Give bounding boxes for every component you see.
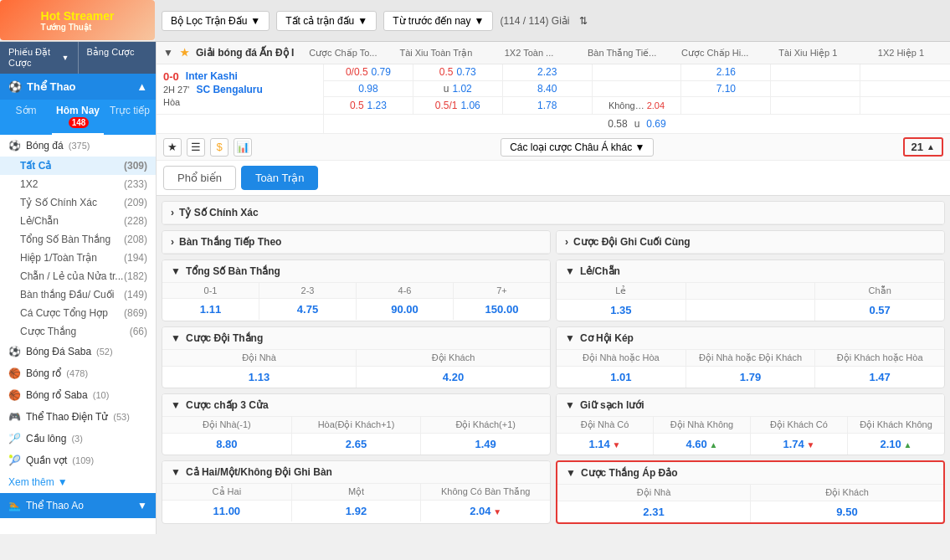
le-chan-vals: 1.35 0.57	[557, 299, 944, 321]
chevron-down-icon: ▼	[635, 141, 645, 153]
odds-cell[interactable]	[860, 97, 950, 114]
cuoc-chap-vals: 8.80 2.65 1.49	[162, 433, 550, 455]
odds-grid: 0/0.5 0.79 0.5 0.73 2.23 2.16	[324, 64, 950, 114]
odds-cell[interactable]: 0/0.5 0.79	[324, 64, 413, 81]
list-action-icon[interactable]: ☰	[187, 138, 205, 157]
giu-sach-header[interactable]: ▼ Giữ sạch lưới	[557, 394, 944, 417]
sidebar-esports[interactable]: 🎮 Thể Thao Điện Tử (53)	[0, 406, 156, 428]
subcat-le-chan[interactable]: Lẻ/Chẵn (228)	[0, 212, 156, 230]
see-more-btn[interactable]: Xem thêm ▼	[0, 471, 156, 493]
cuoc-thang-ap-dao-header[interactable]: ▼ Cược Thắng Áp Đảo	[557, 462, 943, 485]
chevron-down-icon: ▼	[62, 54, 69, 62]
cuoc-chap-header[interactable]: ▼ Cược chấp 3 Cửa	[162, 394, 550, 417]
water-sports-icon: 🏊	[8, 500, 21, 511]
chevron-up-icon: ▲	[136, 80, 147, 93]
collapse-icon[interactable]: ▼	[163, 47, 173, 59]
subcat-chan-le[interactable]: Chẵn / Lẻ của Nửa tr... (182)	[0, 267, 156, 285]
odds-cell[interactable]	[593, 81, 682, 98]
market-ca-hai-mot: ▼ Cả Hai/Một/Không Đội Ghi Bàn Cả Hai Mộ…	[162, 460, 551, 524]
sidebar-bong-ro[interactable]: 🏀 Bóng rổ (478)	[0, 362, 156, 384]
odds-cell[interactable]: 0.5/1 1.06	[413, 97, 503, 114]
nav-som[interactable]: Sớm	[0, 100, 52, 135]
sidebar-header: ⚽ Thể Thao ▲	[0, 74, 156, 100]
result-count: (114 / 114) Giải	[500, 15, 569, 27]
odds-cell[interactable]	[771, 97, 860, 114]
sidebar-cau-long[interactable]: 🏸 Cầu lông (3)	[0, 428, 156, 450]
bang-cuoc-link[interactable]: Bảng Cược	[78, 42, 157, 74]
subcat-ca-cuoc[interactable]: Cá Cược Tổng Hợp (869)	[0, 304, 156, 322]
football-icon: ⚽	[8, 140, 21, 152]
tab-toan-tran[interactable]: Toàn Trận	[241, 166, 319, 190]
le-chan-header[interactable]: ▼ Lẻ/Chẵn	[557, 260, 944, 283]
chart-action-icon[interactable]: 📊	[234, 138, 252, 157]
odds-cell[interactable]	[860, 64, 950, 81]
subcat-tong-so[interactable]: Tổng Số Bàn Thắng (208)	[0, 230, 156, 249]
co-hoi-kep-header[interactable]: ▼ Cơ Hội Kép	[557, 327, 944, 350]
team1-name[interactable]: Inter Kashi	[186, 70, 238, 82]
odds-cell[interactable]	[771, 81, 860, 98]
odds-cell[interactable]: 1.78	[503, 97, 593, 114]
filter-dropdown1[interactable]: Bộ Lọc Trận Đấu ▼	[162, 11, 270, 31]
sidebar-quan-vot[interactable]: 🎾 Quần vợt (109)	[0, 450, 156, 471]
subcat-tat-ca[interactable]: Tất Cả (309)	[0, 157, 156, 175]
sidebar-bottom[interactable]: 🏊 Thể Thao Ao ▼	[0, 493, 156, 518]
cuoc-doi-thang-header[interactable]: ▼ Cược Đội Thắng	[162, 327, 550, 350]
giu-sach-vals: 1.14 4.60 1.74 2.10	[557, 433, 944, 455]
tong-so-labels: 0-1 2-3 4-6 7+	[162, 283, 550, 298]
sort-icon[interactable]: ⇅	[579, 15, 588, 27]
banner-title: Hot Streamer	[41, 9, 115, 23]
odds-cell[interactable]: 7.10	[681, 81, 771, 98]
draw-label: Hòa	[163, 97, 180, 107]
subcat-cuoc-thang[interactable]: Cược Thắng (66)	[0, 322, 156, 341]
coin-action-icon[interactable]: $	[210, 138, 229, 157]
chevron-down-icon: ▼	[250, 15, 260, 27]
chevron-down-icon: ▼	[565, 265, 575, 277]
odds-cell[interactable]	[860, 81, 950, 98]
star-action-icon[interactable]: ★	[163, 138, 182, 157]
odds-cell[interactable]: Không… 2.04	[593, 97, 682, 114]
time-filter-dropdown[interactable]: Từ trước đến nay ▼	[383, 11, 493, 31]
filter-bar: Bộ Lọc Trận Đấu ▼ Tất cả trận đấu ▼ Từ t…	[155, 0, 950, 41]
odds-cell[interactable]: 8.40	[503, 81, 593, 98]
odds-cell[interactable]: 0.5 1.23	[324, 97, 413, 114]
sidebar-bongda-saba[interactable]: ⚽ Bóng Đá Saba (52)	[0, 341, 156, 362]
odds-cell[interactable]	[771, 64, 860, 81]
match-row: 0-0 Inter Kashi 2H 27' SC Bengaluru Hòa	[157, 64, 950, 115]
cuoc-doi-ghi-header[interactable]: › Cược Đội Ghi Cuối Cùng	[557, 231, 944, 254]
odds-cell[interactable]: 0.5 0.73	[413, 64, 503, 81]
tong-so-header[interactable]: ▼ Tổng Số Bàn Thắng	[162, 260, 550, 283]
chevron-down-icon: ▼	[171, 466, 181, 478]
other-odds-btn[interactable]: Các loại cược Châu Á khác ▼	[501, 138, 654, 157]
odds-cell[interactable]: u 1.02	[413, 81, 503, 98]
odds-cell[interactable]	[681, 97, 771, 114]
counter-badge: 21 ▲	[903, 137, 943, 157]
market-ty-so-header[interactable]: › Tỷ Số Chính Xác	[162, 202, 944, 224]
chevron-right-icon: ›	[171, 236, 174, 248]
team2-name[interactable]: SC Bengaluru	[196, 84, 262, 95]
star-icon[interactable]: ★	[180, 47, 189, 59]
sidebar-bong-ro-saba[interactable]: 🏀 Bóng rổ Saba (10)	[0, 384, 156, 406]
sidebar-category-bongda[interactable]: ⚽ Bóng đá (375)	[0, 135, 156, 157]
extra-odds-row: 0.58 u 0.69	[157, 115, 950, 134]
ca-hai-header[interactable]: ▼ Cả Hai/Một/Không Đội Ghi Bàn	[162, 461, 550, 484]
tab-pho-bien[interactable]: Phổ biến	[163, 166, 236, 190]
ban-thang-tiep-theo-header[interactable]: › Bàn Thắng Tiếp Theo	[162, 231, 550, 254]
nav-hom-nay[interactable]: Hôm Nay 148	[52, 100, 104, 135]
nav-truc-tiep[interactable]: Trực tiếp	[104, 100, 156, 135]
subcat-ban-thang[interactable]: Bàn thắng Đầu/ Cuối (149)	[0, 285, 156, 304]
odds-cell[interactable]: 0.98	[324, 81, 413, 98]
odds-cell[interactable]: 2.16	[681, 64, 771, 81]
chevron-down-icon: ▼	[171, 399, 181, 411]
match-section: ▼ ★ Giải bóng đá Ấn Độ I Cược Chấp To...…	[157, 42, 950, 161]
odds-cell[interactable]	[593, 64, 682, 81]
subcat-ty-so[interactable]: Tỷ Số Chính Xác (209)	[0, 193, 156, 212]
league-row: ▼ ★ Giải bóng đá Ấn Độ I Cược Chấp To...…	[157, 42, 950, 64]
phieu-dat-cuoc-link[interactable]: Phiếu Đặt Cược ▼	[0, 42, 78, 74]
match-type-dropdown[interactable]: Tất cả trận đấu ▼	[276, 11, 377, 31]
markets-container: › Tỷ Số Chính Xác › Bàn Thắng Tiếp Theo …	[157, 196, 950, 534]
odds-cell[interactable]: 2.23	[503, 64, 593, 81]
subcat-hiep1[interactable]: Hiệp 1/Toàn Trận (194)	[0, 249, 156, 267]
subcat-1x2[interactable]: 1X2 (233)	[0, 175, 156, 193]
market-cuoc-doi-thang: ▼ Cược Đội Thắng Đội Nhà Đội Khách 1.13 …	[162, 326, 551, 388]
market-ty-so-chinh-xac: › Tỷ Số Chính Xác	[162, 201, 945, 225]
